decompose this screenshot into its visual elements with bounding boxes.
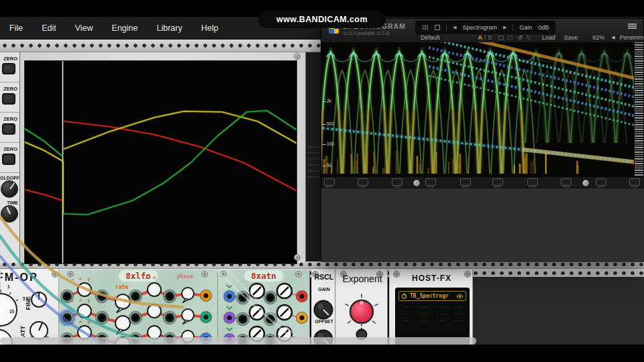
mode-prev-button[interactable]: ◀: [453, 25, 456, 30]
ab-a-button[interactable]: A: [478, 34, 483, 41]
horizontal-scrollbar[interactable]: [0, 337, 476, 345]
holdoff-knob[interactable]: [1, 180, 18, 198]
ab-separator: /: [484, 34, 486, 41]
hostfx-empty-cell: ---: [451, 318, 465, 323]
zero-label: ZERO: [0, 146, 19, 152]
footer-slot-button[interactable]: [425, 178, 436, 186]
menu-item-engine[interactable]: Engine: [103, 17, 148, 33]
gain-label: GAIN: [312, 287, 335, 292]
freq-tick-label: 100: [323, 141, 334, 146]
hostfx-device-row[interactable]: TB_Spectrogr: [398, 291, 466, 301]
footer-slot-button[interactable]: [392, 178, 402, 186]
paste-icon[interactable]: ▢: [507, 34, 513, 41]
hostfx-empty-cell: ---: [417, 311, 431, 316]
footer-slot-button[interactable]: [596, 178, 606, 186]
lfo-row-marks: ~ ^ ?: [71, 299, 92, 304]
offset-label: OFFSET: [312, 319, 335, 324]
divider: [446, 24, 447, 32]
save-button[interactable]: Save: [564, 34, 578, 41]
spectrogram-art: [321, 42, 644, 176]
zero-button[interactable]: [2, 93, 15, 105]
lfo-row-marks: ~ ^ ?: [71, 278, 92, 282]
footer-slot-button[interactable]: [460, 178, 471, 186]
scheme-prev-button[interactable]: ◀: [611, 35, 614, 40]
zero-button[interactable]: [2, 123, 15, 135]
resize-icon[interactable]: [435, 25, 440, 30]
atn-module: 8xatn: [218, 269, 310, 345]
mode-next-button[interactable]: ▶: [503, 25, 506, 30]
ab-b-button[interactable]: B: [488, 34, 492, 41]
hostfx-empty-cell: ---: [417, 304, 431, 310]
oscilloscope-screen: [24, 60, 297, 264]
plugin-footer: [321, 176, 644, 188]
footer-slot-button[interactable]: [527, 178, 538, 186]
fmop-module: FM-OP 1 5 10 FINE ATT 0 10: [0, 269, 59, 345]
level-scale-bar: [634, 42, 643, 176]
preset-name[interactable]: Default: [421, 34, 440, 41]
gain-label[interactable]: Gain: [519, 24, 532, 31]
footer-slot-button[interactable]: [492, 178, 503, 186]
holdoff-label: OLDOFF: [0, 176, 19, 180]
grid-icon[interactable]: [422, 25, 429, 30]
time-knob[interactable]: [1, 205, 18, 223]
hostfx-empty-cell: ---: [400, 311, 414, 316]
spectrogram-plugin-window: SPECTROGRAM v1.5.2 (available v1.5.8) ◀ …: [321, 18, 644, 261]
fmop-title: FM-OP: [0, 272, 38, 284]
copy-icon[interactable]: ▢: [498, 34, 504, 41]
hamburger-icon[interactable]: [628, 23, 637, 29]
hostfx-empty-cell: ---: [434, 311, 448, 316]
phase-label: phase: [177, 274, 193, 280]
redo-icon[interactable]: ↻: [526, 34, 531, 41]
power-icon[interactable]: [401, 293, 407, 299]
mode-label[interactable]: Spectrogram: [462, 24, 497, 31]
zoom-level[interactable]: 62%: [592, 34, 604, 41]
scheme-name[interactable]: Persimmon: [620, 34, 644, 41]
atn-title: 8xatn: [244, 270, 283, 282]
knob-tick: 1: [7, 284, 10, 289]
rack-gap: [306, 52, 321, 261]
module-row: FM-OP 1 5 10 FINE ATT 0 10 8xlfo rate ph…: [0, 269, 644, 345]
plugin-body: [321, 188, 644, 262]
screw-icon: [413, 180, 420, 186]
menu-item-edit[interactable]: Edit: [32, 17, 66, 33]
screw-icon: [294, 53, 301, 60]
exponent-title: Exponent: [336, 274, 388, 284]
zero-label: ZERO: [0, 116, 19, 122]
bandicam-watermark: www.BANDICAM.com: [258, 11, 386, 28]
zero-button[interactable]: [2, 63, 15, 74]
scope-module: [20, 52, 306, 263]
hostfx-empty-cell: ---: [451, 311, 465, 316]
menu-item-view[interactable]: View: [66, 17, 103, 33]
undo-icon[interactable]: ↺: [518, 34, 523, 41]
zero-button-group: ZEROZEROZEROZERO: [0, 52, 19, 173]
menu-item-file[interactable]: File: [0, 17, 32, 33]
rate-label: rate: [115, 284, 128, 290]
footer-slot-button[interactable]: [629, 178, 640, 186]
lfo-module: 8xlfo rate phase ~ ^ ?~ ^ ?~ ^ ?~ ^: [59, 269, 218, 345]
gain-value[interactable]: 0dB: [538, 24, 549, 31]
footer-slot-button[interactable]: [561, 178, 572, 186]
screw-icon: [294, 254, 301, 261]
exponent-module: Exponent: [335, 269, 388, 345]
hostfx-empty-cell: ---: [434, 318, 448, 323]
hostfx-empty-cell: ---: [451, 304, 465, 310]
footer-slot-button[interactable]: [324, 178, 335, 186]
screen: FileEditViewEngineLibraryHelp ZEROZEROZE…: [0, 0, 644, 362]
eye-icon[interactable]: [456, 294, 464, 299]
freq-tick-label: 2k: [323, 99, 331, 103]
fine-label: FINE: [25, 296, 32, 310]
menu-item-help[interactable]: Help: [192, 17, 228, 33]
hostfx-param-grid: ------------------------------------: [396, 302, 469, 325]
att-label: ATT: [19, 326, 26, 337]
hostfx-empty-cell: ---: [434, 304, 448, 310]
hostfx-empty-cell: ---: [417, 318, 431, 323]
footer-slot-button[interactable]: [358, 178, 368, 186]
hostfx-title: HOST-FX: [390, 274, 473, 283]
empty-rack-space: [473, 277, 644, 345]
lfo-row-marks: ~ ^ ?: [71, 320, 92, 325]
menu-item-library[interactable]: Library: [148, 17, 192, 33]
load-button[interactable]: Load: [542, 34, 555, 41]
freq-tick-label: 500: [323, 121, 334, 126]
hostfx-empty-cell: ---: [400, 318, 414, 323]
zero-button[interactable]: [2, 154, 15, 165]
